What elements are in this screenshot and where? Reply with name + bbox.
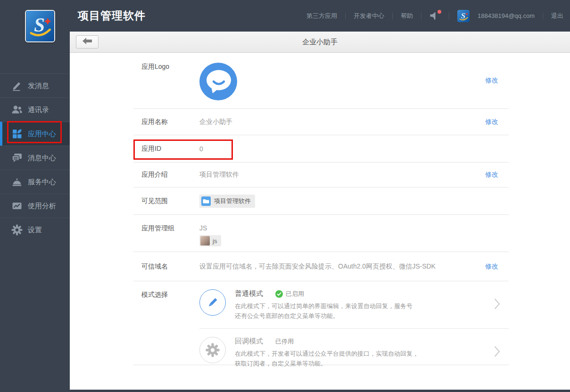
nav-third-party-apps[interactable]: 第三方应用	[306, 12, 337, 20]
top-nav: 第三方应用 开发者中心 帮助 S 188438194@qq.c	[306, 0, 563, 32]
top-bar: 项目管理软件 第三方应用 开发者中心 帮助 S	[0, 0, 570, 32]
pencil-icon	[11, 80, 23, 91]
row-app-logo: 应用Logo 修改	[133, 53, 509, 109]
sidebar-item-service-center[interactable]: 服务中心	[0, 170, 70, 194]
page-title: 企业小助手	[70, 32, 570, 52]
mode-status-text: 已停用	[275, 337, 294, 346]
svg-text:S: S	[34, 14, 45, 36]
contacts-people-icon	[11, 104, 23, 115]
mode-title: 回调模式	[235, 337, 263, 346]
analytics-chart-icon	[11, 200, 23, 212]
sidebar-item-label: 使用分析	[28, 202, 56, 211]
row-app-id: 应用ID 0	[133, 135, 509, 163]
service-bell-icon	[11, 176, 23, 188]
modify-domain-link[interactable]: 修改	[485, 262, 498, 271]
app-name-value: 企业小助手	[199, 118, 232, 126]
modify-name-link[interactable]: 修改	[485, 118, 498, 126]
mode-desc-line: 还有公众号底部的自定义菜单等功能。	[235, 311, 413, 321]
nav-separator	[543, 13, 543, 19]
chevron-right-icon[interactable]	[494, 346, 500, 359]
nav-developer-center[interactable]: 开发者中心	[354, 12, 384, 20]
field-label: 应用ID	[141, 145, 199, 153]
sidebar-item-usage-analytics[interactable]: 使用分析	[0, 194, 70, 218]
account-avatar: S	[457, 10, 470, 22]
app-logo-image	[199, 63, 237, 100]
sidebar-item-label: 服务中心	[28, 178, 56, 187]
mode-status-disabled: 已停用	[275, 337, 294, 346]
nav-separator	[392, 13, 393, 19]
pencil-mode-icon	[199, 289, 226, 316]
scope-tag-label: 项目管理软件	[214, 197, 251, 205]
app-id-value: 0	[199, 145, 203, 153]
mode-status-text: 已启用	[286, 290, 304, 298]
back-button[interactable]	[76, 35, 99, 49]
folder-icon	[201, 196, 211, 206]
mode-desc-line: 获取订阅者，自定义菜单等功能。	[235, 359, 419, 368]
account-email: 188438194@qq.com	[478, 12, 535, 19]
chat-bubbles-icon	[11, 152, 23, 163]
modify-logo-link[interactable]: 修改	[485, 76, 498, 85]
page-toolbar: 企业小助手	[70, 32, 570, 53]
trusted-domain-desc: 设置应用可信域名，可去除页面安全风险提示、OAuth2.0网页授权、微信JS-S…	[199, 262, 436, 271]
member-name: js	[213, 237, 220, 245]
field-label: 应用Logo	[141, 53, 199, 71]
back-arrow-icon	[83, 38, 92, 46]
sidebar-item-send-message[interactable]: 发消息	[0, 74, 70, 98]
row-mode-select: 模式选择 普通模式	[133, 281, 509, 365]
sidebar-item-message-center[interactable]: 消息中心	[0, 146, 70, 170]
nav-separator	[345, 13, 346, 19]
field-label: 应用名称	[141, 118, 199, 126]
app-grid-icon	[11, 128, 23, 139]
sidebar-item-app-center[interactable]: 应用中心	[0, 122, 70, 146]
logout-link[interactable]: 退出	[551, 12, 563, 20]
admin-group-name: JS	[199, 224, 221, 232]
row-trusted-domain: 可信域名 设置应用可信域名，可去除页面安全风险提示、OAuth2.0网页授权、微…	[133, 252, 509, 281]
check-circle-icon	[275, 290, 283, 298]
row-app-name: 应用名称 企业小助手 修改	[133, 109, 509, 135]
field-label: 应用管理组	[141, 215, 199, 233]
sidebar-item-label: 消息中心	[28, 154, 56, 163]
sidebar-item-label: 设置	[28, 226, 42, 235]
company-logo: S	[25, 10, 55, 42]
field-label: 可见范围	[141, 197, 199, 205]
mode-desc-line: 在此模式下，可以通过简单的界面编辑，来设置自动回复，服务号	[235, 301, 413, 311]
mode-normal[interactable]: 普通模式 已启用 在此模式下，可以通过简单的界面编辑，来设置自动回复，服务号	[199, 281, 509, 328]
sidebar-item-label: 发消息	[28, 82, 49, 90]
app-intro-value: 项目管理软件	[199, 171, 239, 179]
row-admin-group: 应用管理组 JS js	[133, 215, 509, 252]
field-label: 可信域名	[141, 262, 199, 271]
modify-intro-link[interactable]: 修改	[485, 171, 498, 179]
notification-dot	[438, 10, 441, 14]
row-app-intro: 应用介绍 项目管理软件 修改	[133, 163, 509, 188]
mode-title: 普通模式	[235, 289, 263, 298]
nav-separator	[421, 13, 421, 19]
gear-icon	[11, 224, 23, 236]
sidebar-item-settings[interactable]: 设置	[0, 218, 70, 242]
app-title: 项目管理软件	[78, 0, 146, 32]
field-label: 模式选择	[141, 281, 199, 299]
chevron-right-icon[interactable]	[494, 298, 500, 311]
admin-member-chip: js	[199, 235, 221, 246]
scope-tag: 项目管理软件	[199, 195, 255, 208]
gear-mode-icon	[199, 337, 226, 363]
mode-desc-line: 在此模式下，开发者可以通过公众平台提供的接口，实现自动回复，	[235, 349, 419, 359]
row-visible-scope: 可见范围 项目管理软件	[133, 188, 509, 215]
nav-help[interactable]: 帮助	[401, 12, 413, 20]
field-label: 应用介绍	[141, 171, 199, 179]
sidebar-item-label: 应用中心	[28, 130, 56, 139]
sidebar: 发消息 通讯录 应用中心	[0, 74, 70, 242]
app-detail-panel: 应用Logo 修改 应用名称 企业小助手 修改 应用ID 0	[70, 53, 570, 390]
sidebar-item-label: 通讯录	[28, 106, 49, 114]
mode-status-enabled: 已启用	[275, 290, 304, 298]
member-avatar	[200, 236, 210, 245]
announcement-speaker-icon[interactable]	[430, 11, 441, 21]
sidebar-item-contacts[interactable]: 通讯录	[0, 98, 70, 122]
mode-callback[interactable]: 回调模式 已停用 在此模式下，开发者可以通过公众平台提供的接口，实现自动回复， …	[199, 328, 509, 376]
nav-separator	[449, 13, 449, 19]
